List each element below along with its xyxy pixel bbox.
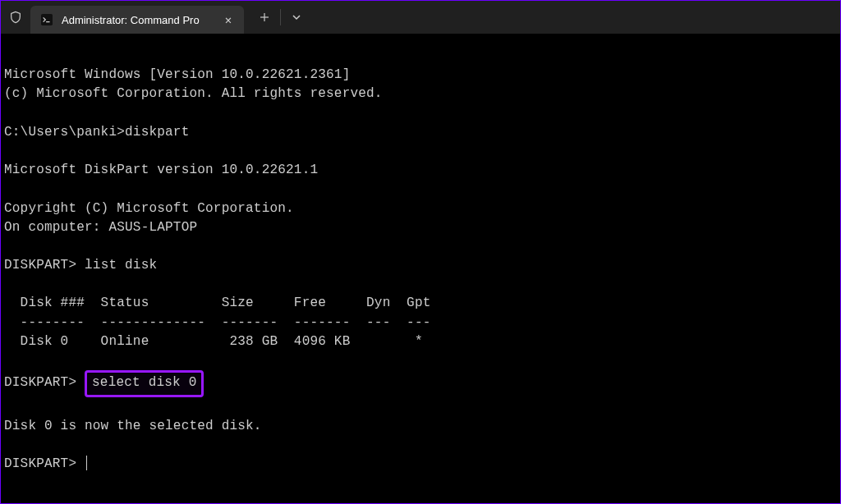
- version-line: Microsoft Windows [Version 10.0.22621.23…: [4, 67, 350, 82]
- cursor-icon: [86, 456, 87, 470]
- close-tab-button[interactable]: ✕: [221, 12, 236, 27]
- tab-dropdown-button[interactable]: [283, 3, 310, 31]
- table-header: Disk ### Status Size Free Dyn Gpt: [4, 296, 430, 310]
- tab-title: Administrator: Command Pro: [62, 14, 213, 26]
- titlebar-controls: [250, 3, 310, 31]
- diskpart-prompt: DISKPART>: [4, 258, 76, 273]
- table-row: Disk 0 Online 238 GB 4096 KB *: [4, 334, 423, 349]
- diskpart-version: Microsoft DiskPart version 10.0.22621.1: [4, 163, 318, 177]
- result-line: Disk 0 is now the selected disk.: [4, 419, 262, 433]
- new-tab-button[interactable]: [250, 3, 278, 31]
- prompt-path: C:\Users\panki>: [4, 125, 125, 140]
- command-text: diskpart: [125, 125, 189, 140]
- command-text: select disk 0: [92, 375, 196, 390]
- command-text: list disk: [85, 258, 157, 273]
- window-titlebar: Administrator: Command Pro ✕: [1, 1, 840, 34]
- shield-icon: [7, 9, 24, 25]
- diskpart-prompt: DISKPART>: [4, 456, 76, 471]
- cmd-icon: [40, 13, 53, 26]
- divider: [280, 9, 281, 25]
- diskpart-copyright: Copyright (C) Microsoft Corporation.: [4, 201, 294, 216]
- copyright-line: (c) Microsoft Corporation. All rights re…: [4, 86, 383, 101]
- diskpart-prompt: DISKPART>: [4, 375, 76, 390]
- svg-rect-0: [41, 14, 53, 25]
- computer-name-line: On computer: ASUS-LAPTOP: [4, 220, 197, 235]
- table-divider: -------- ------------- ------- ------- -…: [4, 315, 430, 330]
- terminal-output[interactable]: Microsoft Windows [Version 10.0.22621.23…: [1, 34, 840, 477]
- highlighted-command: select disk 0: [85, 370, 204, 397]
- tab-active[interactable]: Administrator: Command Pro ✕: [30, 6, 244, 34]
